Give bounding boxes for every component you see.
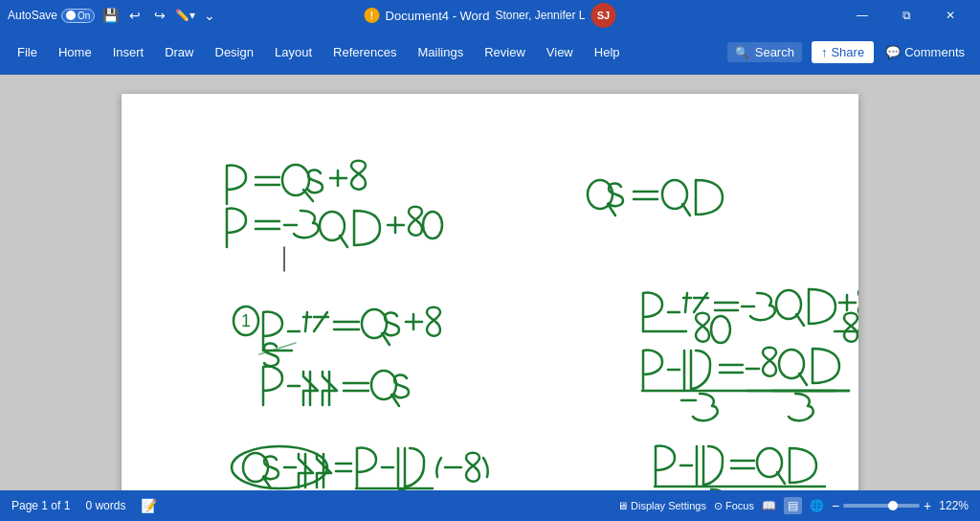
handwriting-content: 1 <box>122 94 858 490</box>
search-box[interactable]: 🔍 Search <box>727 42 802 62</box>
ribbon: File Home Insert Draw Design Layout Refe… <box>0 31 980 75</box>
focus-icon[interactable]: ⊙ Focus <box>714 500 754 512</box>
svg-line-85 <box>777 472 785 484</box>
title-bar-left: AutoSave On 💾 ↩ ↪ ✏️▾ ⌄ <box>8 6 219 25</box>
read-mode-icon[interactable]: 📖 <box>762 499 776 512</box>
svg-line-10 <box>340 236 347 247</box>
tab-draw[interactable]: Draw <box>155 41 203 63</box>
restore-button[interactable]: ⧉ <box>884 0 928 31</box>
svg-point-13 <box>423 212 442 238</box>
tab-design[interactable]: Design <box>206 41 263 63</box>
zoom-slider[interactable]: − + <box>832 498 931 513</box>
title-center: ! Document4 - Word Stoner, Jennifer L SJ <box>365 3 616 28</box>
save-icon[interactable]: 💾 <box>100 6 120 25</box>
title-bar: AutoSave On 💾 ↩ ↪ ✏️▾ ⌄ ! Document4 - Wo… <box>0 0 980 31</box>
user-name: Stoner, Jennifer L <box>495 9 585 22</box>
display-settings-icon[interactable]: 🖥 Display Settings <box>617 500 706 511</box>
tab-help[interactable]: Help <box>585 41 630 63</box>
tab-view[interactable]: View <box>537 41 583 63</box>
tab-insert[interactable]: Insert <box>103 41 154 63</box>
print-layout-icon[interactable]: ▤ <box>784 497 802 514</box>
status-bar: Page 1 of 1 0 words 📝 🖥 Display Settings… <box>0 490 980 521</box>
status-right: 🖥 Display Settings ⊙ Focus 📖 ▤ 🌐 − + 122… <box>617 497 969 514</box>
tab-home[interactable]: Home <box>49 41 101 63</box>
comments-label: Comments <box>904 45 965 59</box>
zoom-level[interactable]: 122% <box>939 499 969 512</box>
redo-icon[interactable]: ↪ <box>150 6 169 25</box>
undo-icon[interactable]: ↩ <box>125 6 145 25</box>
draw-tools-icon[interactable]: ✏️▾ <box>175 6 194 25</box>
autosave-area[interactable]: AutoSave On <box>8 9 95 23</box>
zoom-thumb <box>888 501 898 510</box>
user-avatar[interactable]: SJ <box>590 3 615 28</box>
autosave-label: AutoSave <box>8 9 57 22</box>
toggle-on-label: On <box>78 11 90 21</box>
svg-text:1: 1 <box>241 311 251 330</box>
page-info: Page 1 of 1 <box>11 499 70 512</box>
toggle-knob <box>66 11 76 20</box>
web-layout-icon[interactable]: 🌐 <box>810 499 824 512</box>
tab-layout[interactable]: Layout <box>265 41 322 63</box>
search-icon: 🔍 <box>735 46 749 59</box>
zoom-out-icon[interactable]: − <box>832 498 839 513</box>
tab-mailings[interactable]: Mailings <box>409 41 474 63</box>
zoom-track[interactable] <box>843 504 920 508</box>
word-count: 0 words <box>85 499 125 512</box>
svg-point-31 <box>232 446 327 488</box>
ribbon-tabs: File Home Insert Draw Design Layout Refe… <box>8 41 630 63</box>
comments-button[interactable]: 💬 Comments <box>878 41 972 63</box>
more-icon[interactable]: ⌄ <box>200 6 219 25</box>
share-button[interactable]: ↑ Share <box>812 41 874 63</box>
document-area: 1 <box>0 75 980 490</box>
minimize-button[interactable]: — <box>840 0 884 31</box>
document-page[interactable]: 1 <box>122 94 858 490</box>
zoom-in-icon[interactable]: + <box>924 498 931 513</box>
tab-file[interactable]: File <box>8 41 47 63</box>
close-button[interactable]: ✕ <box>928 0 972 31</box>
document-canvas: 1 <box>122 94 858 490</box>
document-title: Document4 - Word <box>386 9 490 23</box>
proofing-icon[interactable]: 📝 <box>141 498 157 513</box>
tab-references[interactable]: References <box>323 41 406 63</box>
svg-line-74 <box>799 374 807 385</box>
tab-review[interactable]: Review <box>475 41 535 63</box>
search-label: Search <box>755 45 794 59</box>
window-controls: — ⧉ ✕ <box>840 0 972 31</box>
svg-line-59 <box>796 314 804 326</box>
svg-line-53 <box>682 204 690 215</box>
share-label: Share <box>831 45 864 59</box>
comments-icon: 💬 <box>885 45 901 59</box>
autosave-toggle[interactable]: On <box>61 9 95 23</box>
share-icon: ↑ <box>821 45 828 59</box>
svg-point-64 <box>711 316 730 343</box>
warning-icon: ! <box>365 8 380 23</box>
